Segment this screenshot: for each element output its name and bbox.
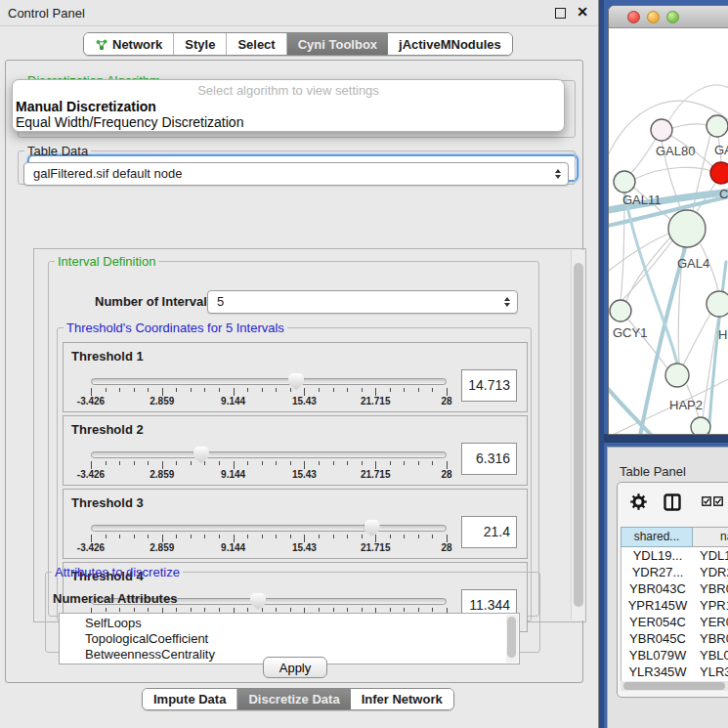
- network-edge[interactable]: [630, 139, 656, 174]
- table-row[interactable]: YBR045CYBR0: [621, 630, 728, 647]
- tick-mark: [106, 388, 107, 392]
- tick-mark: [418, 535, 419, 538]
- network-node-h[interactable]: [707, 291, 728, 317]
- tab-jactivemnodules[interactable]: jActiveMNodules: [388, 33, 512, 55]
- minimize-traffic-light-icon[interactable]: [647, 11, 660, 23]
- network-edge[interactable]: [609, 383, 667, 435]
- slider-track[interactable]: [91, 451, 447, 458]
- checkbox-icon[interactable]: [702, 496, 711, 506]
- tick-mark: [191, 535, 192, 538]
- network-node-ga[interactable]: [707, 115, 728, 137]
- tick-mark: [276, 388, 277, 392]
- table-body[interactable]: YDL19...YDL1YDR27...YDR2YBR043CYBR0YPR14…: [621, 547, 728, 691]
- algorithm-option-manual-discretization[interactable]: Manual Discretization: [13, 99, 564, 114]
- checkbox-icon[interactable]: [713, 496, 723, 506]
- slider-track[interactable]: [91, 378, 447, 385]
- tick-mark: [234, 461, 235, 469]
- table-row[interactable]: YLR345WYLR3: [621, 664, 728, 680]
- network-window-titlebar[interactable]: [609, 6, 728, 28]
- zoom-traffic-light-icon[interactable]: [666, 11, 679, 23]
- tick-mark: [148, 388, 149, 392]
- tick-mark: [333, 535, 334, 538]
- tab-discretize-data[interactable]: Discretize Data: [237, 689, 350, 709]
- tab-label: Cyni Toolbox: [298, 37, 377, 52]
- tick-mark: [347, 388, 348, 392]
- network-edge[interactable]: [672, 124, 707, 128]
- tab-label: Discretize Data: [248, 692, 339, 707]
- horizontal-scrollbar[interactable]: [621, 681, 728, 691]
- network-node-c[interactable]: [710, 162, 728, 184]
- network-node-gal4[interactable]: [668, 210, 706, 247]
- network-node-gal11[interactable]: [614, 171, 635, 193]
- network-edge[interactable]: [683, 314, 710, 365]
- top-tab-bar: NetworkStyleSelectCyni ToolboxjActiveMNo…: [83, 32, 513, 56]
- tick-label: 28: [441, 542, 451, 553]
- number-of-intervals-combobox[interactable]: 5: [207, 290, 518, 314]
- column-header-shared-name[interactable]: shared...: [621, 527, 693, 547]
- table-row[interactable]: YDR27...YDR2: [621, 564, 728, 580]
- tab-infer-network[interactable]: Infer Network: [351, 689, 453, 709]
- network-node-hap2[interactable]: [665, 364, 689, 387]
- combo-stepper-icon[interactable]: [555, 169, 561, 179]
- tick-mark: [262, 388, 263, 392]
- network-node[interactable]: [691, 417, 710, 435]
- vertical-scrollbar[interactable]: [571, 250, 584, 621]
- scrollbar-thumb[interactable]: [623, 682, 725, 690]
- table-row[interactable]: YBR043CYBR0: [621, 580, 728, 597]
- columns-icon[interactable]: [664, 493, 681, 511]
- panel-splitter[interactable]: [599, 0, 604, 728]
- list-scrollbar[interactable]: [506, 615, 518, 663]
- close-traffic-light-icon[interactable]: [627, 11, 640, 23]
- tick-mark: [404, 388, 405, 392]
- tab-select[interactable]: Select: [227, 33, 286, 55]
- threshold-value-field[interactable]: 21.4: [461, 516, 517, 548]
- list-item-topologicalcoefficient[interactable]: TopologicalCoefficient: [85, 631, 519, 647]
- table-row[interactable]: YER054CYER0: [621, 614, 728, 630]
- algorithm-options: Manual DiscretizationEqual Width/Frequen…: [13, 99, 564, 130]
- table-row[interactable]: YDL19...YDL1: [621, 547, 728, 564]
- tick-label: 9.144: [221, 396, 245, 407]
- algorithm-option-equal-width-frequency-discretization[interactable]: Equal Width/Frequency Discretization: [13, 114, 564, 130]
- tick-mark: [204, 388, 205, 392]
- slider-track[interactable]: [91, 525, 447, 532]
- network-canvas[interactable]: GAL80GACGAL11GAL4GCY1HHAP2: [609, 29, 728, 435]
- network-edge[interactable]: [626, 236, 671, 301]
- threshold-value-field[interactable]: 6.316: [461, 443, 517, 475]
- tab-style[interactable]: Style: [174, 33, 227, 55]
- tick-mark: [276, 535, 277, 538]
- tab-impute-data[interactable]: Impute Data: [143, 689, 237, 709]
- list-item-selfloops[interactable]: SelfLoops: [85, 616, 519, 631]
- network-node-gcy1[interactable]: [610, 300, 631, 321]
- table-row[interactable]: YPR145WYPR1: [621, 597, 728, 614]
- cell-name: YBL0: [694, 647, 728, 664]
- table-row[interactable]: YBL079WYBL0: [621, 647, 728, 664]
- network-node-gal80[interactable]: [651, 119, 672, 141]
- column-header-name[interactable]: na: [693, 527, 728, 547]
- combo-stepper-icon[interactable]: [504, 297, 510, 307]
- tick-mark: [418, 388, 419, 392]
- tick-mark: [447, 461, 448, 469]
- table-data-combobox[interactable]: galFiltered.sif default node: [23, 162, 569, 186]
- scrollbar-thumb[interactable]: [507, 617, 516, 658]
- threshold-value-field[interactable]: 14.713: [461, 369, 517, 402]
- thresholds-title: Threshold's Coordinates for 5 Intervals: [64, 321, 287, 335]
- cell-name: YPR1: [694, 597, 728, 614]
- tick-mark: [204, 461, 205, 465]
- table-panel-title: Table Panel: [620, 464, 686, 479]
- tick-mark: [262, 535, 263, 538]
- float-window-icon[interactable]: [555, 8, 566, 19]
- tick-mark: [162, 388, 163, 396]
- tick-mark: [234, 535, 235, 542]
- tab-network[interactable]: Network: [84, 33, 174, 55]
- tick-mark: [333, 461, 334, 465]
- tab-label: Select: [237, 37, 275, 52]
- scrollbar-thumb[interactable]: [574, 263, 583, 607]
- apply-button[interactable]: Apply: [263, 657, 327, 678]
- slider-ticks: [91, 461, 447, 470]
- gear-icon[interactable]: [630, 493, 647, 510]
- close-icon[interactable]: ✕: [577, 4, 588, 20]
- tick-mark: [247, 388, 248, 392]
- tab-cyni-toolbox[interactable]: Cyni Toolbox: [287, 33, 388, 55]
- threshold-1-panel: Threshold 1-3.4262.8599.14415.4321.71528…: [63, 342, 528, 412]
- tick-mark: [119, 461, 120, 465]
